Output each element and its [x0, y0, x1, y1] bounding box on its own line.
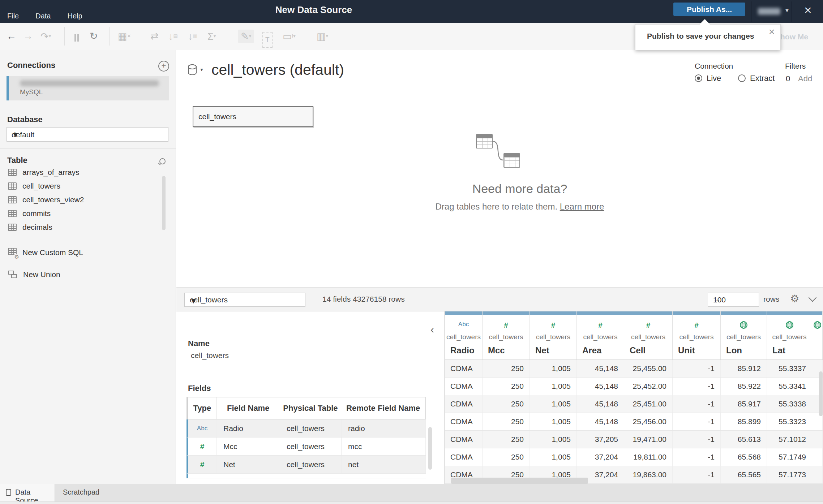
grid-column-header-unit[interactable]: #cell_towersUnit — [673, 311, 721, 359]
user-menu-caret-icon[interactable]: ▼ — [784, 7, 790, 13]
tab-scratchpad[interactable]: Scratchpad — [55, 484, 131, 501]
extract-radio[interactable] — [738, 74, 746, 82]
tooltip-close-icon[interactable]: ✕ — [768, 27, 775, 37]
table-item-cell_towers_view2[interactable]: cell_towers_view2 — [8, 195, 84, 204]
column-field-name: Radio — [450, 345, 475, 356]
swap-axes-icon[interactable]: ⇄ — [150, 30, 159, 43]
forward-icon[interactable]: → — [23, 30, 33, 43]
column-accent-bar — [577, 311, 624, 315]
table-node-cell-towers[interactable]: cell_towers — [193, 106, 313, 127]
grid-column-header-area[interactable]: #cell_towersArea — [577, 311, 624, 359]
grid-cell — [812, 431, 823, 448]
new-union-item[interactable]: New Union — [8, 270, 60, 279]
grid-cell: 45,148 — [577, 395, 624, 413]
highlight-icon[interactable]: ✎▾ — [238, 30, 254, 43]
name-value[interactable]: cell_towers — [191, 351, 229, 360]
row-limit-input[interactable]: 100 → — [708, 293, 759, 307]
grid-cell: 1,005 — [530, 431, 577, 448]
sort-descending-icon[interactable]: ↓▥ — [188, 30, 197, 43]
search-icon[interactable] — [159, 158, 166, 164]
table-item-cell_towers[interactable]: cell_towers — [8, 182, 60, 190]
totals-icon[interactable]: Σ▾ — [207, 30, 216, 43]
grid-cell: -1 — [673, 431, 721, 448]
grid-horizontal-scrollbar[interactable] — [451, 478, 588, 484]
database-select[interactable]: default ▼ — [7, 127, 168, 142]
connections-header: Connections — [7, 61, 55, 70]
field-name-cell: Radio — [217, 419, 280, 437]
back-icon[interactable]: ← — [7, 30, 16, 43]
gear-icon[interactable]: ⚙ — [790, 293, 799, 305]
fit-axes-icon[interactable]: ▭Ⅰ▾ — [283, 30, 296, 43]
field-row-net[interactable]: #Netcell_towersnet — [187, 456, 426, 474]
table-icon — [8, 224, 17, 231]
fields-col-header: Remote Field Name — [341, 397, 425, 419]
grid-cell: -1 — [673, 395, 721, 413]
table-item-label: cell_towers — [22, 182, 60, 190]
tab-data-source[interactable]: Data Source — [0, 484, 55, 501]
add-connection-icon[interactable]: + — [158, 61, 169, 72]
physical-table-cell: cell_towers — [280, 419, 342, 437]
toolbar-divider — [308, 27, 308, 46]
number-type-icon: # — [673, 321, 720, 330]
grid-column-header-net[interactable]: #cell_towersNet — [530, 311, 577, 359]
grid-cell: 85.922 — [721, 378, 767, 395]
column-accent-bar — [767, 311, 812, 315]
grid-vertical-scrollbar[interactable] — [819, 371, 823, 416]
datasource-caret-icon[interactable]: ▼ — [200, 67, 204, 72]
grid-column-header-cell[interactable]: #cell_towersCell — [624, 311, 673, 359]
refresh-icon[interactable]: ↻ — [90, 30, 98, 43]
live-radio[interactable] — [695, 74, 702, 82]
fields-table-scrollbar[interactable] — [428, 427, 432, 470]
learn-more-link[interactable]: Learn more — [560, 202, 604, 211]
grid-cell: 55.3337 — [767, 360, 812, 377]
grid-column-header-partial[interactable] — [812, 311, 823, 359]
grid-cell: CDMA — [445, 360, 483, 377]
grid-column-header-mcc[interactable]: #cell_towersMcc — [483, 311, 530, 359]
physical-table-cell: cell_towers — [280, 456, 342, 473]
clear-sheet-icon[interactable]: ▦✕ — [118, 30, 131, 43]
field-row-mcc[interactable]: #Mcccell_towersmcc — [187, 438, 426, 456]
number-type-icon: # — [577, 321, 624, 330]
connection-type-label: MySQL — [20, 88, 43, 96]
datasource-icon[interactable] — [188, 64, 197, 75]
grid-table-select[interactable]: cell_towers ▼ — [184, 293, 305, 307]
table-list-scrollbar[interactable] — [162, 176, 166, 230]
grid-row: CDMA2501,00545,14825,451.00-185.91755.33… — [445, 395, 823, 413]
grid-column-header-lon[interactable]: cell_towersLon — [721, 311, 767, 359]
new-custom-sql-item[interactable]: ⚙ New Custom SQL — [8, 248, 83, 257]
close-icon[interactable]: ✕ — [804, 5, 812, 16]
remote-field-cell: mcc — [342, 438, 426, 455]
table-item-decimals[interactable]: decimals — [8, 223, 52, 232]
grid-column-header-radio[interactable]: Abccell_towersRadio — [445, 311, 483, 359]
grid-cell: 37,205 — [577, 431, 624, 448]
table-item-label: cell_towers_view2 — [22, 195, 84, 204]
new-union-label: New Union — [23, 270, 60, 279]
text-label-icon[interactable]: T — [262, 32, 273, 48]
apply-rows-icon[interactable]: → — [713, 295, 754, 304]
connection-name-redacted — [20, 80, 159, 86]
grid-cell: 25,456.00 — [624, 413, 673, 430]
grid-cell: -1 — [673, 466, 721, 483]
collapse-panel-icon[interactable]: ‹ — [430, 323, 434, 336]
sort-ascending-icon[interactable]: ↓▤ — [168, 30, 178, 43]
show-me-chart-icon[interactable]: ▥▾ — [317, 30, 328, 43]
remote-field-cell: net — [342, 456, 426, 473]
chevron-down-icon: ▼ — [190, 297, 300, 305]
filters-add-link[interactable]: Add — [798, 74, 812, 83]
pause-updates-icon[interactable] — [74, 32, 80, 45]
grid-cell: 55.3341 — [767, 378, 812, 395]
field-row-radio[interactable]: AbcRadiocell_towersradio — [187, 419, 426, 438]
chevron-down-icon[interactable] — [810, 295, 815, 301]
toolbar-divider — [142, 27, 142, 46]
table-item-commits[interactable]: commits — [8, 209, 51, 218]
fields-col-header: Field Name — [217, 397, 280, 419]
grid-column-header-lat[interactable]: cell_towersLat — [767, 311, 812, 359]
user-avatar[interactable] — [758, 8, 780, 15]
tab-scratchpad-label: Scratchpad — [63, 488, 99, 496]
publish-as-button[interactable]: Publish As... — [673, 3, 745, 16]
fields-col-header: Physical Table — [280, 397, 342, 419]
table-item-arrays_of_arrays[interactable]: arrays_of_arrays — [8, 168, 80, 177]
redo-icon[interactable]: ↷▾ — [40, 30, 51, 43]
grid-cell: 19,811.00 — [624, 448, 673, 466]
grid-cell: 250 — [483, 448, 530, 466]
